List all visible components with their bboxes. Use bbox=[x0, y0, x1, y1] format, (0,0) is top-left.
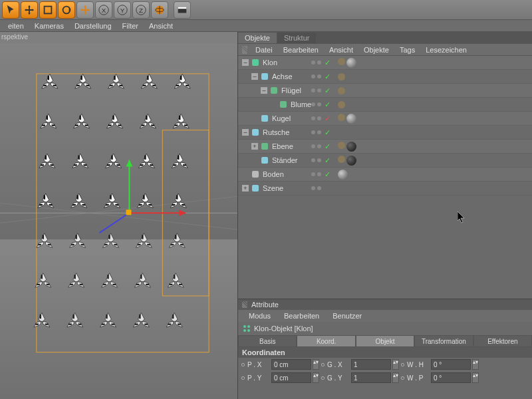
menu-file[interactable]: Datei bbox=[255, 46, 273, 54]
axis-x-button[interactable]: X bbox=[95, 1, 112, 19]
coord-input[interactable] bbox=[351, 359, 391, 370]
menu-item[interactable]: Filter bbox=[122, 22, 138, 30]
visibility-check-icon[interactable]: ✓ bbox=[325, 72, 331, 81]
visibility-check-icon[interactable]: ✓ bbox=[325, 114, 331, 123]
menu-bookmarks[interactable]: Lesezeichen bbox=[426, 46, 467, 54]
object-icon bbox=[269, 86, 279, 95]
material-tag[interactable] bbox=[338, 170, 348, 180]
expander-icon[interactable]: – bbox=[242, 129, 249, 136]
tree-row[interactable]: Boden✓ bbox=[238, 168, 532, 182]
coord-input[interactable] bbox=[351, 372, 391, 383]
menu-item[interactable]: eiten bbox=[8, 22, 24, 30]
spinner[interactable]: ▴▾ bbox=[313, 372, 319, 383]
tool-move[interactable] bbox=[21, 1, 38, 19]
material-tag[interactable] bbox=[346, 142, 356, 152]
tool-move-alt[interactable] bbox=[76, 1, 94, 19]
tree-row[interactable]: –Rutsche✓ bbox=[238, 126, 532, 140]
tool-rotate[interactable] bbox=[58, 1, 75, 19]
object-icon bbox=[260, 156, 269, 165]
menu-item[interactable]: Kameras bbox=[35, 22, 64, 30]
tree-row[interactable]: Ständer✓ bbox=[238, 154, 532, 168]
tab-effectors[interactable]: Effektoren bbox=[473, 335, 532, 347]
svg-marker-126 bbox=[126, 160, 132, 167]
tab-objects[interactable]: Objekte bbox=[238, 33, 277, 43]
menu-item[interactable]: Ansicht bbox=[149, 22, 173, 30]
visibility-check-icon[interactable]: ✓ bbox=[325, 86, 331, 95]
object-name[interactable]: Szene bbox=[263, 184, 283, 192]
tag-icon[interactable] bbox=[338, 87, 345, 94]
expander-icon[interactable]: – bbox=[261, 87, 267, 94]
tag-icon[interactable] bbox=[338, 101, 345, 108]
svg-rect-68 bbox=[72, 204, 76, 205]
object-name[interactable]: Ebene bbox=[272, 142, 293, 150]
expander-icon[interactable]: + bbox=[251, 143, 258, 150]
tab-coord[interactable]: Koord. bbox=[297, 335, 355, 347]
menu-edit[interactable]: Bearbeiten bbox=[284, 312, 319, 320]
object-name[interactable]: Klon bbox=[263, 59, 277, 66]
menu-user[interactable]: Benutzer bbox=[332, 312, 362, 320]
svg-rect-83 bbox=[71, 244, 74, 245]
object-name[interactable]: Boden bbox=[263, 170, 284, 178]
tree-row[interactable]: +Ebene✓ bbox=[238, 140, 532, 154]
tab-object[interactable]: Objekt bbox=[356, 335, 414, 347]
menu-mode[interactable]: Modus bbox=[249, 312, 271, 320]
tab-structure[interactable]: Struktur bbox=[277, 33, 317, 43]
svg-rect-23 bbox=[76, 84, 80, 86]
axis-y-button[interactable]: Y bbox=[114, 1, 131, 19]
visibility-check-icon[interactable]: ✓ bbox=[325, 59, 331, 67]
menu-tags[interactable]: Tags bbox=[400, 46, 415, 54]
tree-row[interactable]: +Szene bbox=[238, 182, 532, 196]
menu-view[interactable]: Ansicht bbox=[329, 46, 353, 54]
tree-row[interactable]: –Klon✓ bbox=[238, 56, 532, 70]
tag-icon[interactable] bbox=[338, 156, 345, 163]
object-name[interactable]: Ständer bbox=[272, 156, 298, 164]
tree-row[interactable]: –Achse✓ bbox=[238, 70, 532, 84]
tag-icon[interactable] bbox=[338, 73, 345, 80]
svg-rect-24 bbox=[114, 76, 115, 80]
expander-icon[interactable]: – bbox=[251, 73, 258, 80]
tree-row[interactable]: Blume✓ bbox=[238, 98, 532, 112]
object-name[interactable]: Flügel bbox=[281, 86, 301, 94]
menu-edit[interactable]: Bearbeiten bbox=[283, 46, 319, 54]
tab-transform[interactable]: Transformation bbox=[414, 335, 473, 347]
object-name[interactable]: Blume bbox=[291, 100, 311, 108]
attributes-panel: Attribute Modus Bearbeiten Benutzer Klon… bbox=[238, 299, 532, 399]
world-button[interactable] bbox=[151, 1, 168, 19]
viewport-perspective[interactable]: rspektive bbox=[0, 32, 238, 399]
spinner[interactable]: ▴▾ bbox=[392, 372, 399, 383]
axis-z-button[interactable]: Z bbox=[132, 1, 150, 19]
object-name[interactable]: Rutsche bbox=[263, 128, 289, 136]
expander-icon[interactable]: + bbox=[242, 185, 249, 192]
render-button[interactable] bbox=[174, 1, 191, 19]
material-tag[interactable] bbox=[346, 156, 356, 166]
visibility-check-icon[interactable]: ✓ bbox=[325, 142, 331, 151]
menu-objects[interactable]: Objekte bbox=[364, 46, 389, 54]
spinner[interactable]: ▴▾ bbox=[392, 359, 399, 370]
coord-input[interactable] bbox=[431, 359, 471, 370]
tag-icon[interactable] bbox=[338, 142, 345, 149]
visibility-check-icon[interactable]: ✓ bbox=[325, 100, 331, 109]
spinner[interactable]: ▴▾ bbox=[472, 372, 479, 383]
object-tree[interactable]: –Klon✓–Achse✓–Flügel✓Blume✓Kugel✓–Rutsch… bbox=[238, 56, 532, 299]
visibility-check-icon[interactable]: ✓ bbox=[325, 128, 331, 137]
coord-input[interactable] bbox=[271, 359, 311, 370]
material-tag[interactable] bbox=[346, 58, 356, 68]
tree-row[interactable]: Kugel✓ bbox=[238, 112, 532, 126]
visibility-check-icon[interactable]: ✓ bbox=[325, 156, 331, 165]
tool-scale[interactable] bbox=[39, 1, 57, 19]
coord-input[interactable] bbox=[431, 372, 471, 383]
material-tag[interactable] bbox=[346, 114, 356, 124]
expander-icon[interactable]: – bbox=[242, 59, 249, 66]
spinner[interactable]: ▴▾ bbox=[472, 359, 479, 370]
tag-icon[interactable] bbox=[338, 114, 345, 121]
visibility-check-icon[interactable]: ✓ bbox=[325, 170, 331, 179]
tool-cursor[interactable] bbox=[2, 1, 19, 19]
tree-row[interactable]: –Flügel✓ bbox=[238, 84, 532, 98]
tag-icon[interactable] bbox=[338, 58, 345, 65]
object-name[interactable]: Achse bbox=[272, 72, 293, 80]
object-name[interactable]: Kugel bbox=[272, 114, 291, 122]
spinner[interactable]: ▴▾ bbox=[313, 359, 319, 370]
tab-basis[interactable]: Basis bbox=[238, 335, 297, 347]
coord-input[interactable] bbox=[271, 372, 311, 383]
menu-item[interactable]: Darstellung bbox=[74, 22, 112, 30]
